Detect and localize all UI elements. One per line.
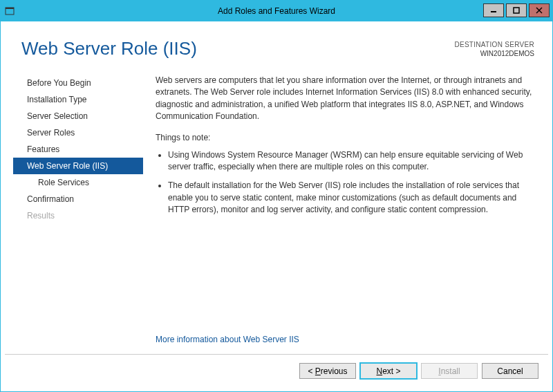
maximize-button[interactable] (506, 3, 527, 17)
destination-label: DESTINATION SERVER (454, 41, 534, 48)
minimize-button[interactable] (483, 3, 504, 17)
close-button[interactable] (529, 3, 550, 17)
content-area: Web Server Role (IIS) DESTINATION SERVER… (1, 21, 552, 391)
notes-list: Using Windows System Resource Manager (W… (156, 149, 534, 216)
sidebar-item-results: Results (13, 207, 143, 224)
titlebar: Add Roles and Features Wizard (1, 1, 552, 21)
wizard-window: Add Roles and Features Wizard Web Server… (0, 0, 553, 392)
sidebar-item-installation-type[interactable]: Installation Type (13, 91, 143, 108)
header-row: Web Server Role (IIS) DESTINATION SERVER… (13, 26, 540, 59)
intro-text: Web servers are computers that let you s… (156, 75, 534, 123)
sidebar-item-role-services[interactable]: Role Services (13, 174, 143, 191)
app-icon (1, 6, 19, 16)
body-row: Before You Begin Installation Type Serve… (13, 75, 540, 348)
install-button: Install (421, 363, 478, 379)
sidebar: Before You Begin Installation Type Serve… (13, 75, 143, 348)
main-panel: Web servers are computers that let you s… (143, 75, 540, 348)
note-item: Using Windows System Resource Manager (W… (168, 149, 534, 174)
sidebar-item-server-roles[interactable]: Server Roles (13, 124, 143, 141)
sidebar-item-features[interactable]: Features (13, 141, 143, 158)
cancel-button[interactable]: Cancel (482, 363, 538, 379)
previous-button[interactable]: < Previous (299, 363, 356, 379)
sidebar-item-server-selection[interactable]: Server Selection (13, 108, 143, 124)
window-controls (483, 3, 552, 19)
window-title: Add Roles and Features Wizard (1, 6, 552, 16)
next-button[interactable]: Next > (360, 363, 417, 379)
sidebar-item-web-server-role[interactable]: Web Server Role (IIS) (13, 158, 143, 174)
footer: < Previous Next > Install Cancel (5, 354, 548, 387)
sidebar-item-confirmation[interactable]: Confirmation (13, 191, 143, 207)
things-to-note-label: Things to note: (156, 133, 534, 142)
more-info-link[interactable]: More information about Web Server IIS (156, 335, 299, 344)
svg-rect-3 (514, 8, 519, 13)
page-title: Web Server Role (IIS) (21, 38, 454, 59)
destination-info: DESTINATION SERVER WIN2012DEMOS (454, 38, 534, 57)
svg-rect-1 (6, 8, 14, 9)
destination-name: WIN2012DEMOS (454, 50, 534, 57)
note-item: The default installation for the Web Ser… (168, 180, 534, 216)
sidebar-item-before-you-begin[interactable]: Before You Begin (13, 75, 143, 91)
inner-panel: Web Server Role (IIS) DESTINATION SERVER… (5, 26, 548, 354)
